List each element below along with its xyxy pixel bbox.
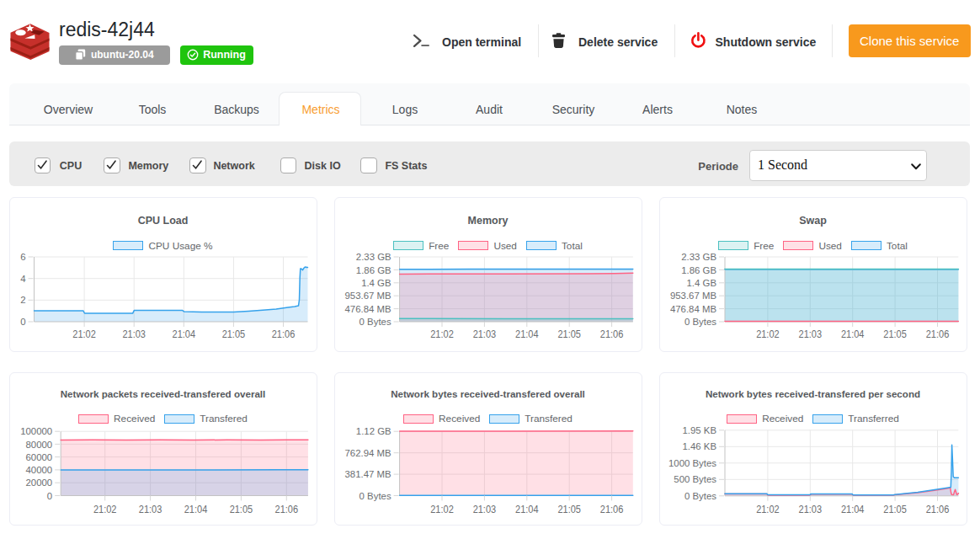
svg-text:476.84 MB: 476.84 MB (345, 304, 391, 314)
svg-text:21:06: 21:06 (926, 504, 950, 515)
svg-text:2: 2 (20, 295, 25, 305)
svg-text:0 Bytes: 0 Bytes (684, 317, 716, 327)
svg-text:21:06: 21:06 (926, 328, 950, 340)
svg-text:21:04: 21:04 (515, 504, 539, 515)
svg-text:0: 0 (20, 317, 25, 327)
svg-text:0 Bytes: 0 Bytes (684, 491, 716, 501)
svg-text:476.84 MB: 476.84 MB (670, 304, 716, 314)
svg-text:21:03: 21:03 (122, 328, 146, 340)
svg-text:21:02: 21:02 (430, 328, 454, 340)
svg-text:21:06: 21:06 (600, 504, 624, 515)
svg-text:21:04: 21:04 (184, 504, 208, 515)
svg-text:80000: 80000 (26, 440, 53, 450)
svg-text:21:03: 21:03 (799, 504, 823, 515)
svg-text:21:02: 21:02 (756, 504, 780, 515)
svg-text:21:04: 21:04 (841, 504, 865, 515)
svg-text:21:04: 21:04 (173, 328, 196, 340)
svg-text:21:05: 21:05 (222, 328, 246, 340)
svg-text:21:03: 21:03 (473, 504, 497, 515)
svg-text:953.67 MB: 953.67 MB (670, 291, 716, 301)
svg-text:381.47 MB: 381.47 MB (345, 469, 391, 479)
svg-text:4: 4 (20, 274, 25, 284)
svg-text:953.67 MB: 953.67 MB (345, 291, 391, 301)
svg-text:1.46 KB: 1.46 KB (682, 441, 716, 451)
svg-text:1.86 GB: 1.86 GB (681, 265, 716, 275)
svg-text:21:06: 21:06 (275, 504, 299, 515)
svg-text:21:06: 21:06 (600, 328, 624, 340)
svg-text:21:05: 21:05 (230, 504, 253, 515)
svg-text:21:03: 21:03 (473, 328, 497, 340)
svg-text:1.4 GB: 1.4 GB (361, 278, 391, 288)
svg-text:21:06: 21:06 (272, 328, 296, 340)
svg-text:1.95 KB: 1.95 KB (682, 425, 716, 435)
svg-text:20000: 20000 (26, 478, 53, 488)
svg-text:40000: 40000 (26, 465, 53, 475)
svg-text:21:05: 21:05 (557, 328, 581, 340)
svg-text:1.4 GB: 1.4 GB (687, 278, 716, 288)
svg-text:21:02: 21:02 (430, 504, 454, 515)
svg-text:21:04: 21:04 (841, 328, 865, 340)
svg-text:21:03: 21:03 (139, 504, 162, 515)
svg-text:21:05: 21:05 (883, 328, 907, 340)
svg-text:0 Bytes: 0 Bytes (360, 491, 391, 501)
svg-text:21:02: 21:02 (72, 328, 96, 340)
svg-text:21:02: 21:02 (756, 328, 780, 340)
svg-text:2.33 GB: 2.33 GB (681, 252, 716, 262)
svg-text:60000: 60000 (26, 452, 53, 462)
svg-text:0 Bytes: 0 Bytes (360, 317, 391, 327)
svg-text:0: 0 (47, 491, 52, 501)
svg-text:1000 Bytes: 1000 Bytes (668, 458, 716, 468)
svg-text:1.12 GB: 1.12 GB (356, 426, 391, 436)
svg-text:2.33 GB: 2.33 GB (356, 252, 391, 262)
svg-text:21:05: 21:05 (883, 504, 907, 515)
svg-text:762.94 MB: 762.94 MB (345, 448, 391, 458)
svg-text:6: 6 (20, 252, 25, 262)
svg-text:100000: 100000 (20, 426, 52, 436)
svg-text:21:04: 21:04 (515, 328, 539, 340)
svg-text:21:03: 21:03 (799, 328, 823, 340)
svg-text:21:05: 21:05 (557, 504, 581, 515)
svg-text:1.86 GB: 1.86 GB (356, 265, 391, 275)
svg-text:21:02: 21:02 (93, 504, 117, 515)
svg-text:500 Bytes: 500 Bytes (674, 474, 716, 484)
